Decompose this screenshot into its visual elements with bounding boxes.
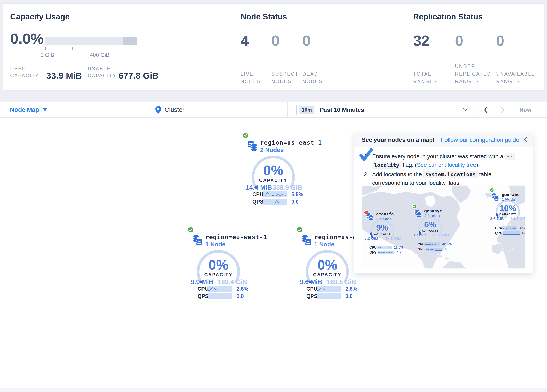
time-pager — [477, 105, 511, 115]
qps-label: QPS — [198, 293, 208, 299]
chevron-right-icon — [501, 107, 505, 113]
cpu-label: CPU — [306, 286, 317, 292]
now-button[interactable]: Now — [514, 105, 536, 115]
gauge-total: 338.9 GiB — [273, 184, 302, 191]
gauge-values: 3.6 GiB 34.4 GiB — [490, 217, 526, 221]
usable-capacity-label: USABLE CAPACITY — [88, 65, 121, 79]
qps-value: 0.0 — [445, 248, 449, 251]
qps-value: 0.0 — [236, 293, 244, 299]
database-stack-icon — [247, 140, 258, 151]
node-count-link[interactable]: 1 Node — [314, 241, 335, 248]
gauge-total: 169.4 GiB — [218, 278, 247, 286]
node-map-canvas: region=us-east-1 2 Nodes 0% CAPACITY 14.… — [0, 118, 547, 388]
step-1-text: Ensure every node in your cluster was st… — [372, 152, 515, 169]
popup-steps: 1. Ensure every node in your cluster was… — [354, 147, 533, 187]
cpu-value: 42.5% — [442, 242, 451, 246]
node-count-link[interactable]: 2 Nodes — [260, 147, 284, 153]
page-bottom-strip — [0, 388, 547, 392]
gauge-percent: 0% — [304, 257, 350, 273]
gauge-total: 169.5 GiB — [327, 278, 356, 286]
qps-sparkline — [503, 231, 520, 235]
usable-capacity-stat: USABLE CAPACITY 677.8 GiB — [88, 65, 121, 79]
time-back-button[interactable] — [477, 105, 494, 115]
breadcrumb-cluster[interactable]: Cluster — [155, 102, 185, 117]
status-ok-badge — [297, 227, 303, 233]
qps-metric-row: QPS 4.7 — [369, 250, 403, 255]
capacity-bar: 0 GiB 400 GiB — [45, 37, 137, 45]
live-nodes-value: 4 — [241, 33, 249, 49]
cpu-metric-row: CPU 12.3% — [495, 226, 526, 230]
gauge-total: 35.1 GiB — [385, 236, 401, 241]
cpu-label: CPU — [369, 246, 377, 249]
cpu-sparkline — [377, 246, 392, 249]
suspect-nodes-figure: 0 SUSPECT NODES — [271, 4, 302, 90]
qps-value: 4.7 — [397, 251, 401, 254]
status-ok-badge — [412, 204, 417, 209]
gauge-percent: 0% — [195, 257, 241, 273]
used-capacity-value: 33.9 MiB — [46, 71, 82, 81]
gauge-used: 9.9 MiB — [191, 278, 214, 286]
locality-tree-link[interactable]: See current locality tree — [417, 162, 476, 168]
qps-sparkline — [208, 293, 232, 299]
time-forward-button[interactable] — [494, 105, 511, 115]
gauge-capacity-label: CAPACITY — [417, 229, 444, 232]
gauge-total: 65.7 GiB — [433, 233, 449, 237]
cpu-value: 11.0% — [394, 246, 403, 249]
qps-value: 0.0 — [522, 231, 526, 235]
under-replicated-ranges-label: UNDER-REPLICATED RANGES — [455, 62, 493, 85]
close-icon[interactable] — [522, 137, 527, 142]
time-range-dropdown[interactable]: 10m Past 10 Minutes — [296, 105, 473, 115]
gauge-used: 3.7 GiB — [413, 233, 426, 237]
cpu-sparkline — [317, 286, 341, 292]
total-ranges-label: TOTAL RANGES — [413, 62, 449, 85]
qps-value: 0.0 — [345, 293, 353, 299]
node-locality-label: geo=sfo — [376, 212, 394, 217]
cpu-label: CPU — [495, 226, 502, 230]
example-node-map: 1 geo=sfo 2 Nodes 9% CAPACITY 3.2 GiB 35… — [362, 185, 526, 269]
status-ok-badge — [242, 132, 249, 138]
gauge-values: 9.9 MiB 169.4 GiB — [191, 278, 247, 286]
capacity-tick-label-0: 0 GiB — [41, 52, 54, 58]
database-stack-icon — [192, 235, 203, 246]
gauge-values: 14.4 MiB 338.9 GiB — [246, 184, 302, 191]
gauge-percent: 10% — [494, 204, 521, 213]
cpu-value: 2.8% — [345, 286, 357, 292]
replication-status-section: Replication Status 32 TOTAL RANGES 0 UND… — [413, 4, 543, 90]
check-icon — [297, 228, 302, 232]
node-count-link[interactable]: 1 Node — [205, 241, 226, 248]
cpu-label: CPU — [417, 242, 425, 246]
used-capacity-stat: USED CAPACITY 33.9 MiB — [10, 65, 44, 79]
qps-label: QPS — [252, 199, 263, 205]
capacity-tick — [72, 47, 73, 50]
gauge-values: 3.7 GiB 65.7 GiB — [413, 233, 449, 237]
capacity-gauge: 10% CAPACITY 3.6 GiB 34.4 GiB — [494, 199, 521, 226]
cpu-sparkline — [263, 191, 287, 197]
chevron-down-icon — [463, 108, 468, 111]
step-2-marker: 2. — [364, 170, 372, 187]
suspect-nodes-value: 0 — [271, 33, 280, 49]
qps-label: QPS — [369, 251, 378, 254]
breadcrumb-label: Cluster — [164, 106, 185, 113]
configuration-guide-link[interactable]: Follow our configuration guide — [441, 137, 519, 143]
toolbar-divider — [287, 102, 287, 117]
cpu-metric-row: CPU 2.8% — [306, 286, 360, 292]
qps-label: QPS — [417, 248, 426, 251]
gauge-capacity-label: CAPACITY — [195, 272, 241, 277]
node-map-config-popup: See your nodes on a map! Follow our conf… — [354, 133, 533, 274]
qps-sparkline — [263, 199, 287, 205]
qps-sparkline — [426, 248, 442, 251]
step-2-text: Add locations to the system.locations ta… — [372, 170, 525, 187]
view-selector-dropdown[interactable]: Node Map — [10, 102, 47, 117]
system-locations-code: system.locations — [424, 171, 478, 178]
gauge-percent: 6% — [417, 220, 444, 229]
cpu-value: 2.6% — [236, 286, 248, 292]
dead-nodes-label: DEAD NODES — [302, 62, 332, 85]
database-stack-icon — [301, 235, 312, 246]
locality-flag-code: locality — [372, 162, 401, 169]
qps-sparkline — [317, 293, 341, 299]
qps-label: QPS — [306, 293, 317, 299]
qps-value: 0.0 — [291, 199, 299, 205]
gauge-used: 14.4 MiB — [246, 184, 272, 191]
gauge-used: 3.2 GiB — [364, 236, 378, 241]
total-ranges-figure: 32 TOTAL RANGES — [413, 4, 455, 90]
